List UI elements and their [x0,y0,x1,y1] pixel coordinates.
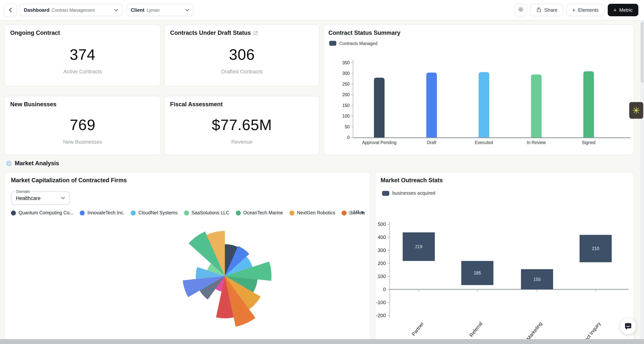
add-metric-button[interactable]: + Metric [608,4,638,16]
metric-subtitle: Drafted Contracts [221,68,262,74]
chevron-down-icon [114,8,118,12]
chart-title: Contract Status Summary [324,25,634,36]
card-title: Contracts Under Draft Status [170,30,251,36]
legend-item[interactable]: CloudNet Systems [131,210,178,216]
elements-button[interactable]: + Elements [566,4,604,16]
section-title: Market Analysis [15,160,59,167]
contract-status-bar-chart: 050100150200250300350Approval PendingDra… [324,57,634,155]
chart-legend[interactable]: businesses acquired [382,190,436,196]
card-contracts-under-draft: Contracts Under Draft Status 306 Drafted… [164,24,319,86]
legend-chip [329,41,336,46]
legend-item[interactable]: NextGen Robotics [289,210,335,216]
svg-text:Marketing: Marketing [526,321,543,341]
client-select-value: Lyman [147,8,160,12]
elements-button-label: Elements [578,7,598,13]
svg-text:-100: -100 [376,300,386,305]
card-new-businesses: New Businesses 769 New Businesses [4,96,160,155]
share-button-label: Share [544,7,557,13]
legend-dot-icon [80,210,85,215]
svg-text:200: 200 [378,260,386,266]
legend-dot-icon [342,210,346,215]
svg-text:200: 200 [342,92,350,97]
gear-icon [518,6,524,14]
card-market-outreach: Market Outreach Stats businesses acquire… [375,172,634,344]
external-link-icon[interactable] [253,30,258,35]
legend-item[interactable]: Quantum Computing Co... [11,210,73,216]
chat-launcher-button[interactable] [620,318,636,334]
vertical-scrollbar[interactable] [640,20,644,339]
client-select-label: Client [131,7,144,13]
svg-text:300: 300 [342,71,350,76]
svg-text:Approval Pending: Approval Pending [362,140,396,145]
settings-button[interactable] [514,4,527,16]
legend-next-icon[interactable]: ▶ [362,210,365,214]
svg-text:In Review: In Review [527,140,546,145]
client-select[interactable]: Client Lyman [126,4,194,16]
legend-page-indicator: 1/3 [353,210,359,215]
svg-text:50: 50 [345,124,350,129]
dashboard-select[interactable]: Dashboard Contract Management [20,4,122,16]
floating-widget-button[interactable]: ✳ [629,102,643,119]
card-contract-status-summary: Contract Status Summary Contracts Manage… [324,24,634,155]
card-fiscal-assessment: Fiscal Assessment $77.65M Revenue [164,96,319,155]
legend-prev-icon[interactable]: ◀ [348,210,351,214]
svg-text:100: 100 [342,114,350,118]
card-title: Fiscal Assessment [165,96,319,108]
asterisk-icon: ✳ [632,106,640,115]
metric-value: 306 [229,46,255,63]
svg-text:Partner: Partner [411,321,425,337]
bar-in-review [531,74,542,138]
top-bar: Dashboard Contract Management Client Lym… [0,0,644,20]
svg-text:185: 185 [474,270,481,276]
metric-value: $77.65M [212,116,272,133]
legend-dot-icon [289,210,294,215]
card-title: New Businesses [5,96,160,108]
domain-select-value: Healthcare [16,195,41,201]
chart-title: Market Outreach Stats [375,172,634,184]
domain-select[interactable]: Domain Healthcare [11,191,70,205]
svg-text:300: 300 [378,248,386,253]
bar-signed [583,71,594,138]
legend-item[interactable]: SaaSolutions LLC [184,210,229,216]
metric-subtitle: Revenue [231,138,252,144]
section-market-analysis: Market Analysis [6,160,59,167]
svg-text:Referral: Referral [468,321,484,338]
legend-label: businesses acquired [392,190,436,196]
back-button[interactable] [4,4,17,17]
svg-text:500: 500 [378,221,386,227]
dashboard-select-label: Dashboard [24,7,50,13]
legend-pagination: ◀ 1/3 ▶ [348,210,365,215]
card-ongoing-contract: Ongoing Contract 374 Active Contracts [4,24,160,86]
share-button[interactable]: Share [530,4,563,16]
horizontal-scrollbar[interactable] [0,339,644,344]
legend-item[interactable]: OceanTech Marine [236,210,283,216]
legend-label: InnovateTech Inc. [87,210,124,216]
svg-text:210: 210 [592,246,599,251]
chat-bubble-icon [624,322,632,330]
chart-title: Market Capitalization of Contracted Firm… [5,172,370,184]
card-title: Ongoing Contract [5,25,160,36]
legend-label: CloudNet Systems [138,210,178,216]
svg-text:0: 0 [383,286,386,292]
dashboard-app: Dashboard Contract Management Client Lym… [0,0,644,344]
top-bar-actions: Share + Elements + Metric [514,4,638,16]
svg-text:-200: -200 [376,312,386,318]
metric-value: 374 [70,46,96,63]
share-icon [536,6,542,14]
chevron-left-icon [9,7,12,14]
svg-text:350: 350 [342,60,350,65]
market-outreach-waterfall-chart: -200-1000100200300400500219Partner185Ref… [375,212,634,344]
chart-legend[interactable]: Contracts Managed [329,41,377,46]
legend-item[interactable]: InnovateTech Inc. [80,210,124,216]
svg-text:219: 219 [415,244,422,249]
card-market-capitalization: Market Capitalization of Contracted Firm… [4,172,370,344]
scrollbar-thumb[interactable] [640,22,644,83]
svg-text:155: 155 [534,277,541,282]
bar-approval-pending [374,78,384,138]
legend-label: NextGen Robotics [297,210,335,216]
svg-text:250: 250 [342,82,350,86]
svg-text:Executed: Executed [475,140,493,145]
chevron-down-icon [61,196,65,200]
legend-label: Contracts Managed [340,41,377,46]
svg-text:0: 0 [347,135,350,140]
